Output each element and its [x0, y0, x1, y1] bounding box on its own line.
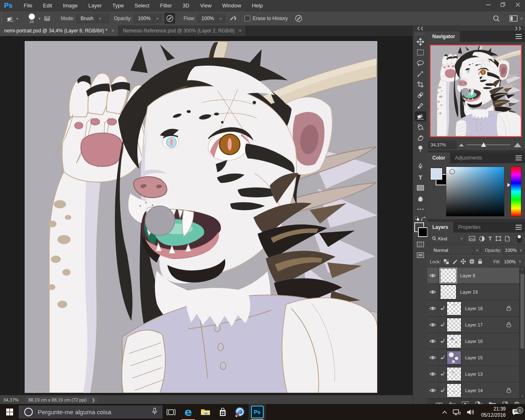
pressure-opacity-toggle-icon[interactable]: [164, 13, 175, 24]
clock[interactable]: 21:39 05/12/2016: [478, 406, 509, 418]
layer-filter-select[interactable]: Kind ∨: [430, 234, 465, 243]
layer-row[interactable]: Layer 19: [427, 284, 525, 300]
tab-color[interactable]: Color: [427, 153, 450, 163]
brush-preset-picker[interactable]: 28: [26, 14, 37, 24]
menu-view[interactable]: View: [195, 0, 217, 11]
quick-mask-icon[interactable]: [415, 240, 426, 249]
cortana-search-box[interactable]: [19, 406, 162, 418]
task-view-button[interactable]: [162, 404, 180, 420]
move-tool-icon[interactable]: [415, 37, 426, 47]
network-icon[interactable]: [450, 404, 464, 420]
document-tab-inactive[interactable]: Nemesis-Reference.psd @ 300% (Layer 2, R…: [119, 25, 246, 36]
screen-mode-icon[interactable]: [415, 250, 426, 260]
blend-mode-select[interactable]: Normal ∨: [430, 246, 481, 255]
shape-tool-icon[interactable]: [415, 183, 426, 193]
hue-slider-arrow[interactable]: [507, 183, 510, 187]
zoom-in-icon[interactable]: [514, 143, 521, 147]
layers-scrollbar[interactable]: ⌃ ⌄: [519, 267, 525, 399]
default-colors-icon[interactable]: [415, 217, 419, 221]
search-icon[interactable]: [491, 13, 502, 24]
visibility-eye-icon[interactable]: [427, 317, 438, 333]
menu-window[interactable]: Window: [217, 0, 247, 11]
chevron-right-icon[interactable]: ❯: [91, 398, 95, 402]
hand-tool-icon[interactable]: [415, 194, 426, 203]
layer-thumbnail[interactable]: [447, 301, 461, 315]
color-picker-marker[interactable]: [450, 169, 455, 174]
background-color-swatch[interactable]: [418, 227, 428, 237]
collapse-panel-icon[interactable]: ❮❮: [413, 25, 428, 31]
tab-navigator[interactable]: Navigator: [427, 31, 460, 42]
menu-layer[interactable]: Layer: [83, 0, 107, 11]
more-tools-icon[interactable]: [415, 204, 426, 214]
close-icon[interactable]: ×: [112, 28, 114, 34]
microphone-icon[interactable]: [152, 408, 157, 416]
lock-artboard-icon[interactable]: [469, 259, 475, 264]
pen-tool-icon[interactable]: [415, 162, 426, 171]
pressure-size-toggle-icon[interactable]: [293, 13, 304, 24]
eraser-tool-preset-icon[interactable]: [5, 13, 16, 24]
brush-tool-icon[interactable]: [415, 101, 426, 111]
document-info[interactable]: 88,19 cm x 88,19 cm (72 ppi) ❯: [25, 396, 99, 404]
workspace-switcher-icon[interactable]: [508, 13, 519, 24]
download-manager-app-icon[interactable]: [231, 404, 249, 420]
hue-ramp[interactable]: [511, 167, 521, 217]
layer-thumbnail[interactable]: [447, 383, 461, 397]
visibility-eye-icon[interactable]: [427, 382, 438, 398]
panel-menu-icon[interactable]: [516, 34, 522, 39]
lasso-tool-icon[interactable]: [415, 58, 426, 68]
minimize-icon[interactable]: [481, 0, 495, 9]
options-grip[interactable]: [0, 11, 3, 25]
filter-pixel-layers-icon[interactable]: [469, 236, 475, 241]
restore-icon[interactable]: [495, 0, 510, 9]
toolbar-grip[interactable]: [415, 32, 425, 36]
visibility-eye-icon[interactable]: [427, 366, 438, 382]
search-input[interactable]: [37, 408, 141, 416]
menu-help[interactable]: Help: [247, 0, 268, 11]
visibility-eye-icon[interactable]: [427, 300, 438, 316]
foreground-color-swatch[interactable]: [431, 168, 442, 180]
layer-thumbnail[interactable]: [447, 351, 461, 365]
layer-thumbnail[interactable]: [440, 285, 457, 299]
layer-row[interactable]: Layer 14: [427, 382, 525, 399]
chevron-down-icon[interactable]: ∨: [520, 17, 523, 21]
layer-thumbnail[interactable]: [440, 268, 457, 283]
menu-file[interactable]: File: [18, 0, 38, 11]
swap-colors-icon[interactable]: [421, 217, 426, 221]
start-button[interactable]: [0, 404, 19, 420]
canvas-artwork[interactable]: [25, 41, 377, 393]
layer-row[interactable]: Layer 13: [427, 366, 525, 382]
lock-pixels-icon[interactable]: [452, 259, 457, 264]
filter-type-layers-icon[interactable]: T: [488, 235, 492, 242]
paint-bucket-tool-icon[interactable]: [415, 122, 426, 132]
smudge-tool-icon[interactable]: [415, 133, 426, 143]
layer-thumbnail[interactable]: [447, 334, 461, 348]
menu-select[interactable]: Select: [129, 0, 155, 11]
menu-3d[interactable]: 3D: [177, 0, 195, 11]
navigator-proxy-view[interactable]: [430, 45, 522, 137]
opacity-select[interactable]: 100% ∨: [134, 14, 161, 23]
file-explorer-icon[interactable]: [197, 404, 214, 420]
menu-type[interactable]: Type: [107, 0, 129, 11]
scroll-up-icon[interactable]: ⌃: [520, 269, 524, 272]
chevron-down-icon[interactable]: ▾: [16, 17, 18, 21]
layer-row[interactable]: Layer 8: [427, 267, 525, 284]
marquee-tool-icon[interactable]: [415, 48, 426, 57]
airbrush-toggle-icon[interactable]: [227, 13, 238, 24]
lock-transparency-icon[interactable]: [444, 259, 449, 264]
menu-edit[interactable]: Edit: [38, 0, 57, 11]
saturation-brightness-field[interactable]: [446, 167, 504, 217]
scrollbar-thumb[interactable]: [520, 274, 524, 349]
lock-position-icon[interactable]: [461, 259, 466, 264]
hidden-icons-chevron[interactable]: [439, 404, 450, 420]
action-center-icon[interactable]: 1: [509, 409, 525, 415]
eraser-tool-icon[interactable]: [415, 112, 426, 121]
flow-select[interactable]: 100% ∨: [198, 14, 225, 23]
volume-icon[interactable]: [464, 404, 478, 420]
visibility-eye-icon[interactable]: [427, 267, 438, 283]
scroll-down-icon[interactable]: ⌄: [520, 394, 524, 397]
edge-browser-icon[interactable]: e: [180, 404, 197, 420]
tab-properties[interactable]: Properties: [453, 222, 486, 233]
dodge-tool-icon[interactable]: [415, 144, 426, 153]
navigator-zoom-slider[interactable]: [466, 142, 511, 148]
zoom-out-icon[interactable]: [459, 144, 464, 146]
